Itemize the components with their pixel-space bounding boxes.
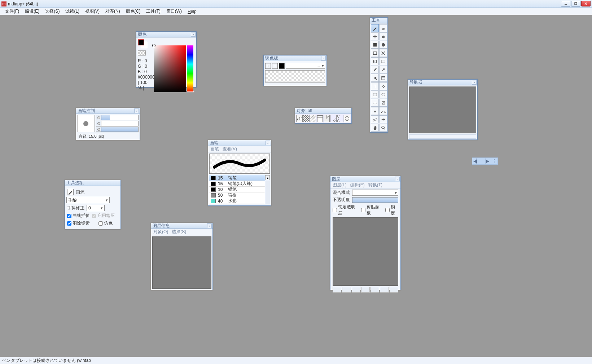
menu-item[interactable]: 窗口(W) xyxy=(164,8,184,15)
color-panel-close[interactable]: ▫ xyxy=(191,32,196,37)
layerinfo-menu-item[interactable]: 选择(S) xyxy=(172,229,186,235)
blend-mode-select[interactable] xyxy=(352,190,398,196)
tool-blur[interactable] xyxy=(379,32,387,40)
tool-eyedropper[interactable] xyxy=(371,66,379,74)
menu-item[interactable]: 工具(T) xyxy=(144,8,162,15)
tool-shape-rect[interactable] xyxy=(371,49,379,57)
layer-info-close[interactable]: ▫ xyxy=(207,223,212,228)
tool-marquee-rect[interactable] xyxy=(371,90,379,98)
tool-special-b[interactable] xyxy=(379,99,387,107)
palette-remove-button[interactable]: − xyxy=(272,63,278,69)
brush-list-item[interactable]: 15钢笔(出入锋) xyxy=(209,181,270,187)
layer-info-title[interactable]: 图层信息 ▫ xyxy=(151,223,212,229)
menu-item[interactable]: 选择(S) xyxy=(43,8,62,15)
menu-item[interactable]: 滤镜(L) xyxy=(63,8,82,15)
tool-text[interactable]: T xyxy=(371,82,379,90)
snap-radial-button[interactable] xyxy=(324,115,330,122)
menu-item[interactable]: 视图(V) xyxy=(83,8,102,15)
tool-transform[interactable] xyxy=(379,82,387,90)
opacity-slider[interactable] xyxy=(352,197,398,203)
layers-panel-title[interactable]: 图层 ▫ xyxy=(330,176,400,182)
menu-item[interactable]: 对齐(N) xyxy=(103,8,122,15)
brush-menu-item[interactable]: 画笔 xyxy=(210,146,219,152)
layers-menu-item[interactable]: 转换(T) xyxy=(368,182,382,188)
close-button[interactable] xyxy=(581,1,591,6)
palette-grid[interactable] xyxy=(265,70,325,83)
fg-color-swatch[interactable] xyxy=(138,39,144,45)
clip-mask-checkbox[interactable]: 剪贴蒙板 xyxy=(361,204,382,216)
snap-parallel-button[interactable] xyxy=(303,115,310,122)
menu-item[interactable]: 颜色(C) xyxy=(124,8,143,15)
tool-shape-line[interactable] xyxy=(379,49,387,57)
tool-ruler[interactable] xyxy=(371,115,379,123)
tool-options-title[interactable]: 工具选项 xyxy=(65,180,120,186)
snap-circle-button[interactable] xyxy=(344,115,350,122)
snap-off-button[interactable]: off xyxy=(296,115,303,122)
brush-panel-title[interactable]: 画笔 ▫ xyxy=(208,140,271,146)
tool-special-a[interactable] xyxy=(371,99,379,107)
snap-panel-title[interactable]: 对齐: off xyxy=(295,108,351,114)
tool-special-c[interactable] xyxy=(371,107,379,115)
stabilize-select[interactable]: 0 xyxy=(87,205,105,211)
tool-edit-path[interactable] xyxy=(379,107,387,115)
brush-scrollbar[interactable]: ▴ xyxy=(265,175,270,204)
tool-eraser[interactable] xyxy=(379,24,387,32)
navigator-close[interactable]: ▫ xyxy=(472,80,477,85)
frame-menu-button[interactable]: ⋮ xyxy=(492,159,496,164)
brush-opacity-slider[interactable] xyxy=(96,121,139,126)
curve-checkbox[interactable]: 曲线插值 xyxy=(67,213,90,219)
tool-panel[interactable] xyxy=(379,74,387,82)
tool-fill[interactable] xyxy=(371,41,379,49)
layers-menu-item[interactable]: 编辑(E) xyxy=(350,182,365,188)
navigator-title[interactable]: 导航器 ▫ xyxy=(408,80,477,85)
minimize-button[interactable] xyxy=(561,1,570,6)
aa-checkbox[interactable]: 消除锯齿 xyxy=(67,220,90,226)
tool-magic-wand[interactable] xyxy=(379,66,387,74)
fg-bg-swatch[interactable] xyxy=(138,39,147,48)
palette-add-button[interactable]: + xyxy=(265,63,271,69)
sv-picker[interactable] xyxy=(154,45,186,92)
snap-cross-button[interactable] xyxy=(310,115,316,122)
draw-mode-select[interactable]: 手绘 xyxy=(66,197,110,203)
tool-select-free[interactable] xyxy=(379,57,387,65)
toolbox-title[interactable]: 工具 xyxy=(370,18,387,23)
color-panel-title[interactable]: 颜色 ▫ xyxy=(136,32,196,37)
tool-hand[interactable] xyxy=(371,124,379,132)
layer-btn-4[interactable] xyxy=(361,287,370,293)
brush-list-item[interactable]: 50喷枪 xyxy=(209,192,270,198)
navigator-body[interactable] xyxy=(409,86,476,133)
palette-panel-title[interactable]: 调色板 ▫ xyxy=(264,56,326,61)
brush-list-item[interactable]: 40水彩 xyxy=(209,198,270,204)
navigator-strip[interactable] xyxy=(409,134,476,139)
dither-checkbox[interactable]: 仿色 xyxy=(98,220,113,226)
snap-concentric-button[interactable] xyxy=(330,115,337,122)
tool-guide[interactable] xyxy=(379,115,387,123)
maximize-button[interactable] xyxy=(571,1,580,6)
lock-alpha-checkbox[interactable]: 锁定透明度 xyxy=(333,204,358,216)
brush-control-close[interactable]: ▫ xyxy=(134,108,139,113)
menu-item[interactable]: 编辑(E) xyxy=(23,8,41,15)
brush-flow-slider[interactable] xyxy=(96,126,139,132)
brush-control-title[interactable]: 画笔控制 ▫ xyxy=(76,108,140,114)
layer-btn-6[interactable] xyxy=(380,287,389,293)
snap-perspective-button[interactable] xyxy=(337,115,343,122)
layers-menu-item[interactable]: 图层(L) xyxy=(333,182,347,188)
frame-prev-button[interactable]: ◀▏ xyxy=(473,159,480,164)
layer-btn-1[interactable] xyxy=(333,287,341,293)
alpha-swatch[interactable] xyxy=(138,50,146,56)
tool-select-rect[interactable] xyxy=(371,57,379,65)
tool-bucket[interactable] xyxy=(371,74,379,82)
menu-item[interactable]: Help xyxy=(185,8,199,15)
palette-select[interactable]: -- xyxy=(286,63,325,69)
layer-btn-7[interactable] xyxy=(390,287,398,293)
frame-next-button[interactable]: ▕▶ xyxy=(483,159,489,164)
tool-move[interactable] xyxy=(371,32,379,40)
tool-pen[interactable] xyxy=(371,24,379,32)
brush-size-slider[interactable] xyxy=(96,115,139,120)
layer-btn-3[interactable] xyxy=(352,287,360,293)
brush-list-item[interactable]: 15钢笔⚙ xyxy=(209,175,270,181)
menu-item[interactable]: 文件(F) xyxy=(3,8,21,15)
lock-checkbox[interactable]: 锁定 xyxy=(385,204,398,216)
tool-gradient[interactable] xyxy=(379,41,387,49)
layer-btn-5[interactable] xyxy=(370,287,379,293)
